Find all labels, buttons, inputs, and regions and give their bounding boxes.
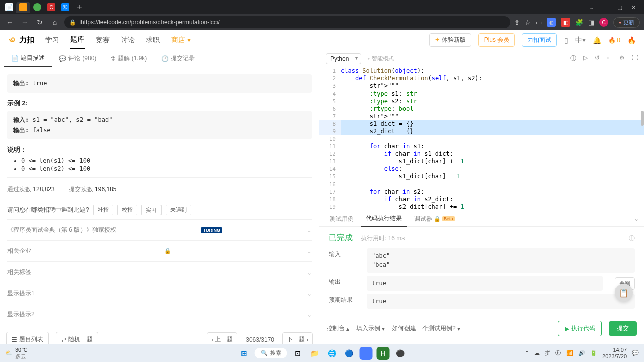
code-line[interactable]: 2 def CheckPermutation(self, s1, s2): xyxy=(319,75,644,82)
plus-member-button[interactable]: Plus 会员 xyxy=(478,33,515,47)
code-line[interactable]: 19 s2_dict[char] += 1 xyxy=(319,203,644,211)
window-maximize-icon[interactable]: ▢ xyxy=(617,4,622,11)
tab-submissions[interactable]: 🕐 提交记录 xyxy=(154,50,202,67)
new-tab-button[interactable]: + xyxy=(72,2,87,13)
code-line[interactable]: 12 if char in s1_dict: xyxy=(319,150,644,158)
explorer-icon[interactable]: 📁 xyxy=(308,347,321,360)
terminal-icon[interactable]: ›_ xyxy=(607,54,612,63)
tray-battery-icon[interactable]: 🔋 xyxy=(590,350,597,356)
recruit-chip[interactable]: 未遇到 xyxy=(166,205,191,215)
code-line[interactable]: 4 :type s1: str xyxy=(319,90,644,98)
nav-problems[interactable]: 题库 xyxy=(70,31,85,49)
mobile-icon[interactable]: ▯ xyxy=(564,36,568,44)
nav-store[interactable]: 商店 ▾ xyxy=(171,32,191,49)
tab-description[interactable]: 📄 题目描述 xyxy=(4,50,52,67)
run-code-button[interactable]: ▶ 执行代码 xyxy=(558,321,602,336)
submit-button[interactable]: 提交 xyxy=(609,321,637,336)
nav-home-icon[interactable]: ⌂ xyxy=(49,18,60,26)
panel-icon[interactable]: ◨ xyxy=(588,19,594,26)
start-icon[interactable]: ⊞ xyxy=(237,347,251,360)
share-icon[interactable]: ⇪ xyxy=(514,19,520,26)
taskbar-clock[interactable]: 14:072023/7/20 xyxy=(602,347,627,359)
tab-solutions[interactable]: ⚗ 题解 (1.9k) xyxy=(103,50,154,67)
edge-icon[interactable]: 🔵 xyxy=(343,347,356,360)
streak-counter[interactable]: 🔥0 xyxy=(608,37,620,44)
code-line[interactable]: 18 if char in s2_dict: xyxy=(319,196,644,203)
window-minimize-icon[interactable]: — xyxy=(603,4,608,11)
code-line[interactable]: 13 s1_dict[char] += 1 xyxy=(319,158,644,165)
app-icon[interactable] xyxy=(360,347,373,360)
code-line[interactable]: 10 xyxy=(319,135,644,143)
window-chevron-icon[interactable]: ⌄ xyxy=(589,4,594,11)
nav-study[interactable]: 学习 xyxy=(45,32,59,49)
reset-icon[interactable]: ↺ xyxy=(595,54,600,63)
console-toggle[interactable]: 控制台 ▴ xyxy=(327,324,349,333)
tab-overview-icon[interactable]: ▭ xyxy=(536,19,542,26)
code-line[interactable]: 14 else: xyxy=(319,165,644,173)
nav-reload-icon[interactable]: ↻ xyxy=(34,18,45,26)
task-view-icon[interactable]: ⊡ xyxy=(291,347,304,360)
hint-2[interactable]: 显示提示2⌄ xyxy=(7,304,312,325)
tray-cloud-icon[interactable]: ☁ xyxy=(534,350,540,356)
code-line[interactable]: 6 :rtype: bool xyxy=(319,105,644,113)
language-toggle[interactable]: 中▾ xyxy=(575,36,586,45)
extension-icon[interactable]: ◧ xyxy=(561,18,570,27)
tray-lang-icon[interactable]: 拼 xyxy=(545,349,550,357)
url-input[interactable]: 🔒 https://leetcode.cn/problems/check-per… xyxy=(64,16,510,28)
tab-testcase[interactable]: 测试用例 xyxy=(325,211,359,227)
bell-icon[interactable]: 🔔 xyxy=(593,36,601,44)
fullscreen-icon[interactable]: ⛶ xyxy=(632,54,638,63)
interview-button[interactable]: 力扣面试 xyxy=(522,33,557,47)
related-tags[interactable]: 相关标签⌄ xyxy=(7,261,312,283)
weather-widget[interactable]: ⛅ 30℃多云 xyxy=(5,347,27,359)
feedback-fab[interactable]: 📋 xyxy=(615,284,633,302)
nav-forward-icon[interactable]: → xyxy=(19,18,30,26)
tab-exec-result[interactable]: 代码执行结果 xyxy=(361,211,407,227)
code-line[interactable]: 1class Solution(object): xyxy=(319,67,644,75)
extension-icon[interactable]: ◐ xyxy=(547,18,556,27)
browser-update-button[interactable]: 更新 xyxy=(613,17,640,28)
browser-tab[interactable]: 知 xyxy=(58,2,72,13)
browser-tab[interactable]: C xyxy=(44,2,58,13)
try-new-button[interactable]: 体验新版 xyxy=(429,33,471,47)
collapse-icon[interactable]: ⌄ xyxy=(634,215,639,222)
code-line[interactable]: 5 :type s2: str xyxy=(319,98,644,105)
language-select[interactable]: Python xyxy=(326,53,361,64)
code-line[interactable]: 17 for char in s2: xyxy=(319,188,644,196)
code-line[interactable]: 16 xyxy=(319,180,644,188)
code-line[interactable]: 8 s1_dict = {} xyxy=(319,120,644,128)
info-icon[interactable]: ⓘ xyxy=(570,54,576,63)
fire-icon[interactable]: 🔥 xyxy=(627,36,636,44)
recruit-chip[interactable]: 校招 xyxy=(117,205,137,215)
nav-contest[interactable]: 竞赛 xyxy=(96,32,110,49)
tray-chevron-icon[interactable]: ⌃ xyxy=(525,350,529,356)
fill-example-button[interactable]: 填入示例 ▾ xyxy=(356,324,385,333)
smart-mode-toggle[interactable]: 智能模式 xyxy=(367,55,394,62)
scrollbar-thumb[interactable] xyxy=(641,111,644,126)
tab-comments[interactable]: 💬 评论 (980) xyxy=(52,50,103,67)
recruit-chip[interactable]: 社招 xyxy=(93,205,113,215)
book-authorization[interactable]: 《程序员面试金典（第 6 版）》独家授权 TURING ⌄ xyxy=(7,219,312,240)
app-icon[interactable]: H xyxy=(377,347,390,360)
recruit-chip[interactable]: 实习 xyxy=(141,205,162,215)
star-icon[interactable]: ☆ xyxy=(525,19,531,26)
code-line[interactable]: 11 for char in s1: xyxy=(319,143,644,150)
hint-1[interactable]: 显示提示1⌄ xyxy=(7,283,312,304)
tray-volume-icon[interactable]: 🔊 xyxy=(578,350,585,356)
window-close-icon[interactable]: ✕ xyxy=(631,4,636,11)
nav-jobs[interactable]: 求职 xyxy=(146,32,160,49)
code-editor[interactable]: 1class Solution(object):2 def CheckPermu… xyxy=(319,67,644,211)
taskbar-search[interactable]: 🔍 搜索 xyxy=(255,348,287,358)
code-line[interactable]: 3 str">""" xyxy=(319,82,644,90)
howto-link[interactable]: 如何创建一个测试用例? ▾ xyxy=(392,324,460,333)
tray-bluetooth-icon[interactable]: ⓑ xyxy=(555,349,561,357)
browser-tab[interactable]: 📄 xyxy=(2,2,16,13)
nav-discuss[interactable]: 讨论 xyxy=(121,32,135,49)
code-line[interactable]: 7 str">""" xyxy=(319,113,644,120)
app-icon[interactable]: ⚫ xyxy=(394,347,407,360)
related-companies[interactable]: 相关企业🔒⌄ xyxy=(7,240,312,261)
chrome-icon[interactable]: 🌐 xyxy=(326,347,339,360)
code-line[interactable]: 15 s1_dict[char] = 1 xyxy=(319,173,644,180)
code-line[interactable]: 9 s2_dict = {} xyxy=(319,128,644,135)
tab-debugger[interactable]: 调试器🔒Beta xyxy=(409,211,460,227)
